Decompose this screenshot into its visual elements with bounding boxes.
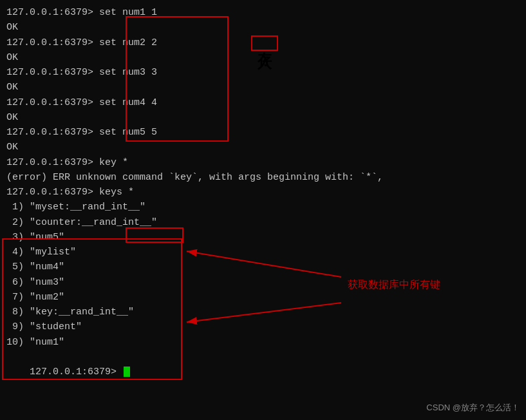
line-7: 127.0.0.1:6379> set num4 4	[6, 95, 520, 110]
line-12: (error) ERR unknown command `key`, with …	[6, 170, 520, 185]
line-18: 5) "num4"	[6, 260, 520, 274]
line-13: 127.0.0.1:6379> keys *	[6, 185, 520, 200]
line-14: 1) "myset:__rand_int__"	[6, 200, 520, 215]
cursor	[124, 367, 130, 377]
watermark: CSDN @放弃？怎么活！	[426, 402, 520, 414]
line-11: 127.0.0.1:6379> key *	[6, 155, 520, 170]
line-24: 127.0.0.1:6379>	[6, 350, 520, 395]
line-15: 2) "counter:__rand_int__"	[6, 215, 520, 230]
terminal-window: 127.0.0.1:6379> set num1 1 OK 127.0.0.1:…	[0, 0, 526, 400]
line-9: 127.0.0.1:6379> set num5 5	[6, 125, 520, 140]
get-keys-annotation: 获取数据库中所有键	[348, 278, 440, 292]
line-21: 8) "key:__rand_int__"	[6, 305, 520, 320]
line-23: 10) "num1"	[6, 335, 520, 350]
line-5: 127.0.0.1:6379> set num3 3	[6, 65, 520, 80]
line-22: 9) "student"	[6, 320, 520, 334]
line-16: 3) "num5"	[6, 230, 520, 245]
line-4: OK	[6, 50, 520, 65]
line-17: 4) "mylist"	[6, 245, 520, 260]
line-8: OK	[6, 110, 520, 125]
line-1: 127.0.0.1:6379> set num1 1	[6, 5, 520, 20]
line-2: OK	[6, 20, 520, 35]
store-annotation: 存入	[251, 35, 278, 51]
line-10: OK	[6, 140, 520, 155]
line-20: 7) "num2"	[6, 290, 520, 305]
line-19: 6) "num3"	[6, 275, 520, 290]
line-6: OK	[6, 80, 520, 95]
